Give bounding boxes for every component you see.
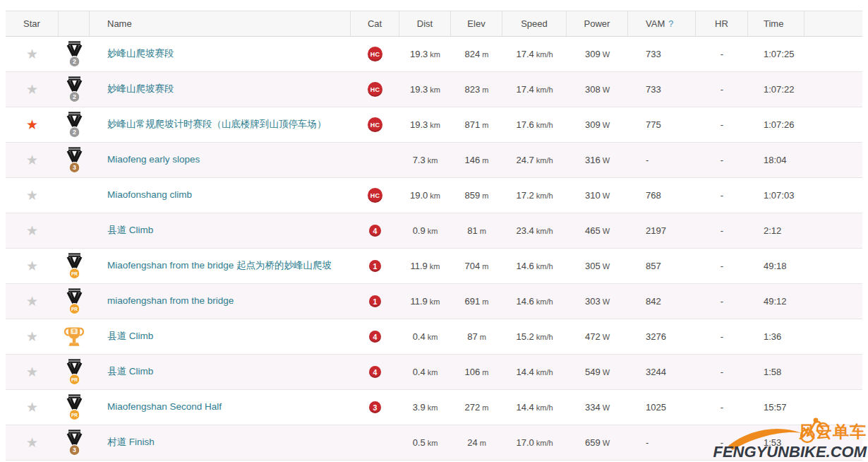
speed-unit: km/h — [536, 50, 553, 59]
elev-cell: 691m — [451, 296, 502, 307]
segment-name-link[interactable]: 县道 Climb — [107, 365, 153, 378]
time-cell: 1:07:26 — [748, 119, 804, 130]
power-unit: W — [603, 333, 610, 341]
star-icon[interactable]: ★ — [26, 47, 38, 61]
svg-text:2: 2 — [73, 129, 76, 136]
hr-cell: - — [696, 225, 748, 236]
header-cat: Cat — [351, 11, 399, 36]
star-cell: ★ — [6, 47, 59, 61]
elev-cell: 859m — [451, 190, 502, 201]
time-value: 15:57 — [764, 402, 787, 413]
dist-value: 3.9 — [413, 402, 426, 413]
star-icon[interactable]: ★ — [26, 330, 38, 343]
cat-cell: HC — [351, 117, 399, 132]
speed-unit: km/h — [536, 191, 553, 200]
header-name: Name — [90, 11, 351, 36]
speed-cell: 14.4km/h — [502, 367, 567, 377]
star-icon[interactable]: ★ — [26, 259, 38, 273]
dist-value: 19.0 — [410, 190, 428, 201]
elev-cell: 106m — [451, 367, 502, 377]
header-hr-label: HR — [715, 18, 728, 29]
star-icon[interactable]: ★ — [26, 153, 38, 167]
hr-cell: - — [696, 437, 748, 448]
star-icon[interactable]: ★ — [26, 118, 38, 131]
speed-unit: km/h — [536, 297, 553, 306]
header-speed-label: Speed — [521, 18, 548, 29]
vam-help-icon[interactable]: ? — [668, 19, 673, 29]
star-icon[interactable]: ★ — [26, 365, 38, 379]
cat-cell: HC — [351, 47, 399, 61]
header-elev: Elev — [451, 11, 502, 36]
speed-cell: 17.2km/h — [502, 190, 567, 201]
speed-cell: 23.4km/h — [502, 225, 567, 236]
segment-name-link[interactable]: Miaofonshang climb — [107, 189, 192, 201]
star-icon[interactable]: ★ — [26, 401, 38, 414]
dist-cell: 19.3km — [399, 119, 451, 130]
hr-value: - — [721, 84, 723, 95]
star-icon[interactable]: ★ — [26, 295, 38, 308]
segment-name-link[interactable]: 妙峰山爬坡赛段 — [107, 83, 174, 95]
cat-cell: HC — [351, 82, 399, 97]
star-icon[interactable]: ★ — [26, 189, 38, 202]
elev-cell: 87m — [451, 331, 502, 342]
time-value: 1:07:22 — [764, 84, 794, 95]
speed-cell: 17.4km/h — [502, 84, 567, 95]
medal-icon: PR — [64, 394, 85, 421]
star-icon[interactable]: ★ — [26, 83, 38, 96]
star-cell: ★ — [6, 436, 59, 449]
segment-name-link[interactable]: 县道 Climb — [107, 330, 153, 343]
segment-name-link[interactable]: miaofengshan from the bridge — [107, 295, 234, 307]
medal-cell: 2 — [59, 76, 90, 103]
segment-name-link[interactable]: Miaofeng early slopes — [107, 153, 200, 166]
name-cell: 妙峰山爬坡赛段 — [90, 47, 351, 60]
name-cell: 妙峰山爬坡赛段 — [90, 83, 351, 95]
category-badge: 1 — [369, 295, 381, 307]
elev-unit: m — [482, 85, 488, 94]
power-unit: W — [603, 191, 610, 200]
medal-icon: 2 — [64, 76, 85, 103]
speed-value: 17.0 — [516, 437, 534, 448]
speed-value: 14.6 — [516, 261, 534, 271]
segment-name-link[interactable]: 县道 Climb — [107, 224, 153, 237]
time-cell: 1:53 — [748, 437, 804, 448]
cat-cell: 3 — [351, 401, 399, 413]
header-speed: Speed — [502, 11, 567, 36]
header-vam: VAM ? — [628, 11, 696, 36]
segment-name-link[interactable]: Miaofengshan from the bridge 起点为桥的妙峰山爬坡 — [107, 259, 332, 272]
medal-icon: 3 — [64, 147, 85, 174]
power-cell: 659W — [567, 437, 628, 448]
segment-name-link[interactable]: 妙峰山常规爬坡计时赛段（山底楼牌到山顶停车场） — [107, 118, 327, 131]
medal-cell: PR — [59, 288, 90, 315]
segment-name-link[interactable]: 妙峰山爬坡赛段 — [107, 47, 174, 60]
segment-name-link[interactable]: Miaofengshan Second Half — [107, 401, 222, 413]
power-cell: 549W — [567, 367, 628, 377]
vam-value: 3244 — [646, 367, 666, 377]
name-cell: 县道 Climb — [90, 330, 351, 343]
power-value: 659 — [585, 437, 601, 448]
star-icon[interactable]: ★ — [26, 224, 38, 237]
table-row: ★ PR 县道 Climb 4 0.4km 106m 14.4km/h 549W… — [6, 355, 862, 390]
elev-value: 272 — [465, 402, 481, 413]
star-icon[interactable]: ★ — [26, 436, 38, 449]
dist-unit: km — [428, 439, 438, 447]
speed-value: 14.6 — [516, 296, 534, 307]
hr-value: - — [721, 331, 723, 342]
hr-value: - — [721, 402, 723, 413]
time-value: 1:36 — [764, 331, 781, 342]
medal-icon: 3 — [64, 430, 85, 456]
category-badge: 4 — [369, 331, 381, 343]
hr-value: - — [721, 296, 723, 307]
dist-value: 19.3 — [410, 84, 428, 95]
elev-cell: 824m — [451, 49, 502, 59]
power-cell: 465W — [567, 225, 628, 236]
hr-cell: - — [696, 402, 748, 413]
segment-name-link[interactable]: 村道 Finish — [107, 436, 155, 449]
table-row: ★ 9 县道 Climb 4 0.4km 87m 15.2km/h 472W 3… — [6, 319, 862, 355]
dist-value: 7.3 — [413, 155, 426, 165]
table-header: Star Name Cat Dist Elev Speed Power VAM … — [6, 11, 862, 37]
trophy-icon: 9 — [64, 325, 85, 349]
elev-cell: 272m — [451, 402, 502, 413]
hr-value: - — [721, 225, 723, 236]
name-cell: Miaofeng early slopes — [90, 153, 351, 166]
speed-value: 24.7 — [516, 155, 534, 165]
